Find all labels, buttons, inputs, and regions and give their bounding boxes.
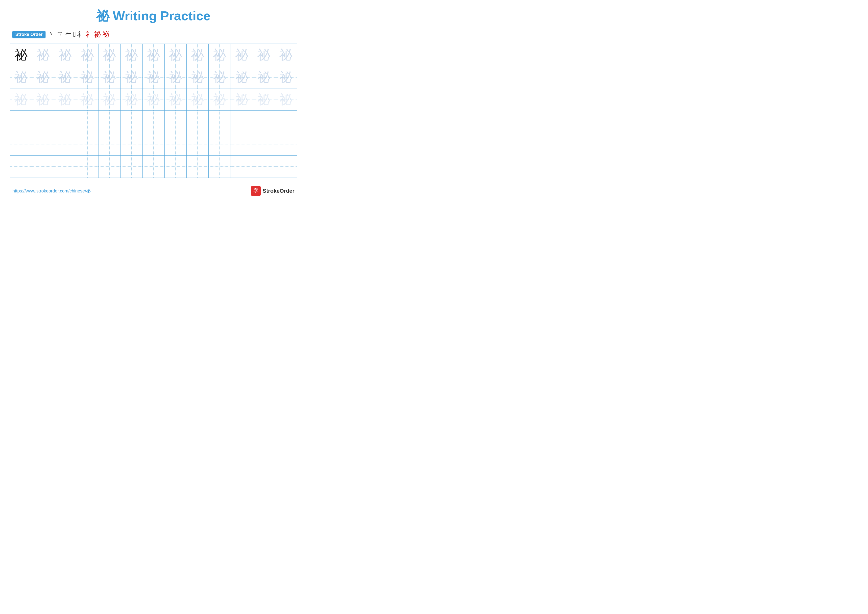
grid-cell-1-6: 祕 — [121, 44, 143, 66]
page-title-section: 祕 Writing Practice — [10, 8, 297, 25]
grid-cell-6-3 — [54, 155, 76, 177]
grid-cell-3-4: 祕 — [76, 89, 98, 110]
char-2-13: 祕 — [279, 71, 292, 84]
grid-cell-4-6 — [121, 111, 143, 133]
footer-url[interactable]: https://www.strokeorder.com/chinese/祕 — [12, 188, 91, 194]
grid-cell-6-4 — [76, 155, 98, 177]
grid-row-3: 祕 祕 祕 祕 祕 祕 祕 祕 祕 祕 祕 祕 祕 — [10, 89, 297, 111]
grid-cell-2-11: 祕 — [231, 66, 253, 88]
char-2-6: 祕 — [125, 71, 138, 84]
grid-cell-4-13 — [275, 111, 297, 133]
char-1-8: 祕 — [169, 48, 182, 61]
grid-cell-5-5 — [98, 133, 121, 155]
grid-cell-6-6 — [121, 155, 143, 177]
char-2-4: 祕 — [81, 71, 94, 84]
grid-cell-2-4: 祕 — [76, 66, 98, 88]
grid-cell-3-7: 祕 — [143, 89, 164, 110]
grid-cell-4-11 — [231, 111, 253, 133]
grid-cell-4-3 — [54, 111, 76, 133]
practice-grid: 祕 祕 祕 祕 祕 祕 祕 祕 祕 祕 祕 祕 祕 祕 祕 祕 祕 祕 祕 祕 … — [10, 44, 297, 178]
grid-cell-2-3: 祕 — [54, 66, 76, 88]
stroke-5: 礻 — [77, 30, 84, 39]
grid-cell-4-7 — [143, 111, 164, 133]
grid-cell-6-12 — [253, 155, 275, 177]
char-3-4: 祕 — [81, 93, 94, 106]
grid-cell-6-1 — [10, 155, 32, 177]
logo-text: StrokeOrder — [263, 188, 294, 194]
grid-cell-3-12: 祕 — [253, 89, 275, 110]
char-2-10: 祕 — [213, 71, 226, 84]
char-3-3: 祕 — [59, 93, 71, 106]
char-3-13: 祕 — [279, 93, 292, 106]
stroke-3: 𠂉 — [65, 31, 72, 38]
char-1-2: 祕 — [37, 48, 50, 61]
grid-cell-3-2: 祕 — [32, 89, 54, 110]
stroke-7: 祕 — [94, 30, 101, 39]
grid-cell-6-9 — [186, 155, 209, 177]
grid-cell-3-9: 祕 — [186, 89, 209, 110]
title-char: 祕 — [96, 9, 109, 23]
grid-cell-5-12 — [253, 133, 275, 155]
grid-cell-5-13 — [275, 133, 297, 155]
stroke-1: 丶 — [48, 30, 55, 39]
footer-logo: 字 StrokeOrder — [251, 186, 294, 196]
grid-cell-1-1: 祕 — [10, 44, 32, 66]
grid-cell-1-10: 祕 — [209, 44, 231, 66]
char-3-10: 祕 — [213, 93, 226, 106]
grid-cell-1-11: 祕 — [231, 44, 253, 66]
grid-cell-1-3: 祕 — [54, 44, 76, 66]
char-2-12: 祕 — [257, 71, 270, 84]
grid-row-4 — [10, 111, 297, 133]
char-2-7: 祕 — [147, 71, 160, 84]
grid-cell-5-7 — [143, 133, 164, 155]
grid-cell-2-2: 祕 — [32, 66, 54, 88]
char-3-9: 祕 — [191, 93, 204, 106]
grid-cell-6-7 — [143, 155, 164, 177]
grid-cell-4-10 — [209, 111, 231, 133]
char-1-12: 祕 — [257, 48, 270, 61]
grid-cell-6-13 — [275, 155, 297, 177]
grid-cell-5-10 — [209, 133, 231, 155]
grid-cell-2-6: 祕 — [121, 66, 143, 88]
logo-icon: 字 — [251, 186, 261, 196]
grid-cell-1-13: 祕 — [275, 44, 297, 66]
char-3-2: 祕 — [37, 93, 50, 106]
grid-cell-5-6 — [121, 133, 143, 155]
title-label: Writing Practice — [113, 9, 211, 23]
stroke-6: 礻 — [85, 30, 93, 39]
char-2-9: 祕 — [191, 71, 204, 84]
logo-char: 字 — [253, 188, 258, 194]
char-3-5: 祕 — [103, 93, 116, 106]
stroke-4: 𠂊 — [73, 31, 76, 38]
char-3-7: 祕 — [147, 93, 160, 106]
char-1-7: 祕 — [147, 48, 160, 61]
grid-cell-5-8 — [164, 133, 186, 155]
grid-cell-2-7: 祕 — [143, 66, 164, 88]
grid-cell-5-1 — [10, 133, 32, 155]
grid-cell-6-8 — [164, 155, 186, 177]
stroke-8: 祕 — [102, 30, 109, 39]
grid-cell-5-9 — [186, 133, 209, 155]
grid-cell-4-4 — [76, 111, 98, 133]
grid-cell-4-9 — [186, 111, 209, 133]
grid-cell-1-12: 祕 — [253, 44, 275, 66]
grid-cell-3-10: 祕 — [209, 89, 231, 110]
grid-cell-6-5 — [98, 155, 121, 177]
char-1-11: 祕 — [235, 48, 248, 61]
char-2-5: 祕 — [103, 71, 116, 84]
grid-cell-4-5 — [98, 111, 121, 133]
grid-cell-4-8 — [164, 111, 186, 133]
stroke-order-badge[interactable]: Stroke Order — [12, 31, 45, 38]
stroke-steps: 丶 ㄗ 𠂉 𠂊 礻 礻 祕 祕 — [48, 30, 109, 39]
char-2-3: 祕 — [59, 71, 71, 84]
grid-cell-4-1 — [10, 111, 32, 133]
char-3-8: 祕 — [169, 93, 182, 106]
grid-cell-3-5: 祕 — [98, 89, 121, 110]
grid-row-6 — [10, 155, 297, 177]
char-1-3: 祕 — [59, 48, 71, 61]
grid-cell-3-3: 祕 — [54, 89, 76, 110]
grid-cell-4-12 — [253, 111, 275, 133]
char-3-6: 祕 — [125, 93, 138, 106]
char-1-5: 祕 — [103, 48, 116, 61]
stroke-order-row: Stroke Order 丶 ㄗ 𠂉 𠂊 礻 礻 祕 祕 — [10, 30, 297, 39]
